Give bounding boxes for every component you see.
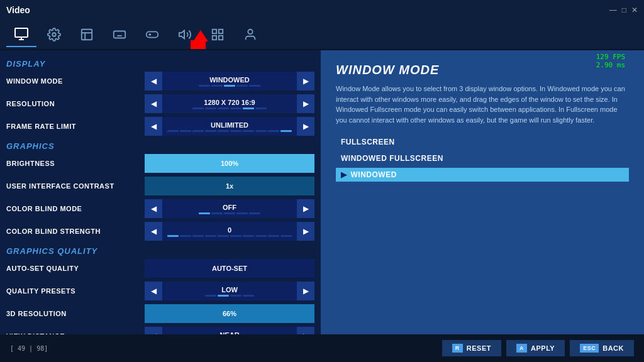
reset-button[interactable]: R RESET — [442, 340, 501, 356]
arrow-ctrl-frame-rate: ◀ UNLIMITED ▶ — [145, 117, 314, 136]
dots-cbs — [167, 235, 292, 237]
value-auto-quality: AUTO-SET — [212, 265, 247, 272]
arrow-ctrl-cbs: ◀ 0 ▶ — [145, 222, 314, 241]
svg-rect-7 — [213, 30, 216, 33]
value-resolution: 1280 X 720 16:9 — [162, 94, 297, 113]
prev-vd[interactable]: ◀ — [145, 327, 162, 334]
fps-counter: 129 FPS 2.90 ms — [596, 53, 625, 69]
arrow-ctrl-quality: ◀ LOW ▶ — [145, 282, 314, 300]
next-frame-rate[interactable]: ▶ — [297, 117, 314, 136]
label-view-distance: VIEW DISTANCE — [6, 332, 145, 334]
setting-auto-quality: AUTO-SET QUALITY AUTO-SET — [0, 257, 321, 280]
window-controls[interactable]: — □ ✕ — [609, 6, 638, 14]
prev-cbs[interactable]: ◀ — [145, 222, 162, 241]
back-key: ESC — [580, 344, 599, 353]
arrow-ctrl-vd: ◀ NEAR ▶ — [145, 327, 314, 334]
setting-resolution: RESOLUTION ◀ 1280 X 720 16:9 ▶ — [0, 92, 321, 115]
prev-quality[interactable]: ◀ — [145, 282, 162, 300]
tab-settings[interactable] — [39, 22, 69, 47]
info-description: Window Mode allows you to select from 3 … — [336, 84, 629, 125]
control-brightness[interactable]: 100% — [145, 154, 314, 173]
prev-resolution[interactable]: ◀ — [145, 94, 162, 113]
label-auto-quality: AUTO-SET QUALITY — [6, 265, 145, 272]
tab-ui[interactable] — [72, 22, 102, 47]
mode-windowed-label: WINDOWED — [351, 170, 397, 179]
dots-quality — [205, 295, 254, 297]
info-panel: WINDOW MODE Window Mode allows you to se… — [321, 50, 644, 334]
close-btn[interactable]: ✕ — [631, 6, 638, 14]
arrow-ctrl-resolution: ◀ 1280 X 720 16:9 ▶ — [145, 94, 314, 113]
setting-view-distance: VIEW DISTANCE ◀ NEAR ▶ — [0, 325, 321, 334]
coords-display: [ 49 | 98] — [10, 345, 48, 352]
next-quality[interactable]: ▶ — [297, 282, 314, 300]
prev-frame-rate[interactable]: ◀ — [145, 117, 162, 136]
mode-windowed[interactable]: ▶ WINDOWED — [336, 168, 629, 182]
label-color-blind-strength: COLOR BLIND STRENGTH — [6, 228, 145, 235]
arrow-ctrl-color-blind: ◀ OFF ▶ — [145, 199, 314, 218]
slider-brightness[interactable]: 100% — [145, 154, 314, 173]
settings-panel: DISPLAY WINDOW MODE ◀ WINDOWED ▶ RESOLUT… — [0, 50, 321, 334]
control-color-blind-strength: ◀ 0 ▶ — [145, 222, 314, 241]
value-cbs: 0 — [162, 222, 297, 241]
next-window-mode[interactable]: ▶ — [297, 72, 314, 90]
control-3d-res[interactable]: 66% — [145, 304, 314, 323]
value-ui-contrast: 1x — [226, 182, 233, 190]
reset-label: RESET — [467, 344, 491, 352]
tab-video[interactable] — [6, 22, 36, 47]
tab-profile[interactable] — [235, 22, 265, 47]
arrow-ctrl-window-mode: ◀ WINDOWED ▶ — [145, 72, 314, 90]
control-ui-contrast[interactable]: 1x — [145, 177, 314, 195]
label-color-blind: COLOR BLIND MODE — [6, 205, 145, 212]
mode-fullscreen[interactable]: FULLSCREEN — [336, 135, 629, 149]
info-title: WINDOW MODE — [336, 63, 629, 77]
btn-auto-quality[interactable]: AUTO-SET — [145, 259, 314, 278]
next-color-blind[interactable]: ▶ — [297, 199, 314, 218]
svg-point-11 — [248, 30, 252, 34]
next-resolution[interactable]: ▶ — [297, 94, 314, 113]
mode-windowed-fullscreen[interactable]: WINDOWED FULLSCREEN — [336, 151, 629, 165]
tab-controller[interactable] — [137, 22, 167, 47]
value-vd: NEAR — [162, 327, 297, 334]
next-vd[interactable]: ▶ — [297, 327, 314, 334]
selected-arrow-icon: ▶ — [341, 170, 347, 179]
label-quality-presets: QUALITY PRESETS — [6, 287, 145, 295]
control-frame-rate: ◀ UNLIMITED ▶ — [145, 117, 314, 136]
setting-window-mode: WINDOW MODE ◀ WINDOWED ▶ — [0, 70, 321, 92]
section-display: DISPLAY — [0, 55, 321, 70]
control-quality-presets: ◀ LOW ▶ — [145, 282, 314, 300]
back-button[interactable]: ESC BACK — [570, 340, 634, 356]
tab-keyboard[interactable] — [104, 22, 135, 47]
value-frame-rate: UNLIMITED — [162, 117, 297, 136]
svg-rect-5 — [114, 31, 125, 38]
svg-rect-0 — [15, 28, 28, 37]
next-cbs[interactable]: ▶ — [297, 222, 314, 241]
apply-button[interactable]: A APPLY — [506, 340, 565, 356]
setting-frame-rate: FRAME RATE LIMIT ◀ UNLIMITED ▶ — [0, 115, 321, 138]
value-brightness: 100% — [221, 160, 238, 167]
svg-rect-10 — [219, 36, 223, 40]
dots-window-mode — [199, 85, 260, 87]
apply-label: APPLY — [531, 344, 555, 352]
value-quality: LOW — [162, 282, 297, 300]
label-window-mode: WINDOW MODE — [6, 77, 145, 85]
minimize-btn[interactable]: — — [609, 6, 617, 14]
maximize-btn[interactable]: □ — [622, 6, 626, 14]
value-window-mode: WINDOWED — [162, 72, 297, 90]
slider-3d-res[interactable]: 66% — [145, 304, 314, 323]
dots-frame-rate — [167, 130, 292, 132]
slider-ui-contrast[interactable]: 1x — [145, 177, 314, 195]
prev-window-mode[interactable]: ◀ — [145, 72, 162, 90]
fps-value: 129 FPS — [596, 53, 625, 61]
control-window-mode: ◀ WINDOWED ▶ — [145, 72, 314, 90]
label-resolution: RESOLUTION — [6, 100, 145, 107]
svg-point-3 — [52, 33, 56, 36]
mode-list: FULLSCREEN WINDOWED FULLSCREEN ▶ WINDOWE… — [336, 135, 629, 182]
tab-bar — [0, 20, 644, 50]
setting-color-blind: COLOR BLIND MODE ◀ OFF ▶ — [0, 197, 321, 220]
main-content: DISPLAY WINDOW MODE ◀ WINDOWED ▶ RESOLUT… — [0, 50, 644, 334]
bottom-bar: [ 49 | 98] R RESET A APPLY ESC BACK — [0, 334, 644, 362]
control-auto-quality[interactable]: AUTO-SET — [145, 259, 314, 278]
title-bar: Video — □ ✕ — [0, 0, 644, 20]
prev-color-blind[interactable]: ◀ — [145, 199, 162, 218]
svg-marker-6 — [179, 31, 184, 39]
